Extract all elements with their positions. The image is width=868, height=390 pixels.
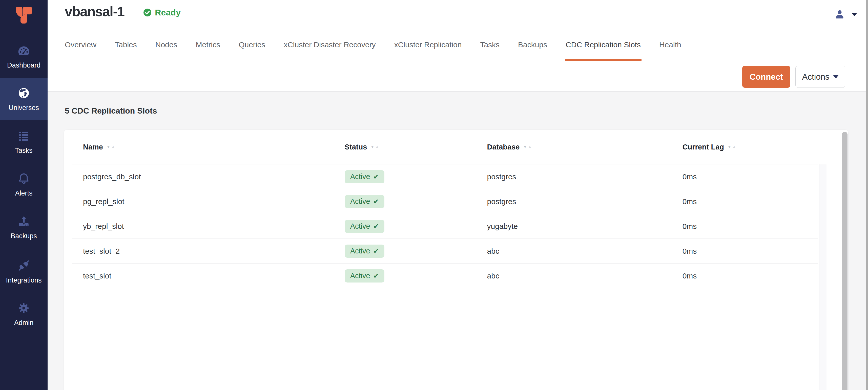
- sidebar-item-label: Admin: [14, 319, 34, 327]
- cell-name: postgres_db_slot: [72, 172, 345, 181]
- cell-name: test_slot_2: [72, 247, 345, 255]
- sidebar-item-backups[interactable]: Backups: [0, 206, 48, 248]
- sidebar-item-label: Alerts: [15, 189, 32, 197]
- column-header-status[interactable]: Status ▼▲: [345, 143, 487, 151]
- cell-current-lag: 0ms: [683, 247, 818, 255]
- gauge-icon: [17, 43, 31, 58]
- connect-button[interactable]: Connect: [742, 66, 790, 88]
- page-scrollbar[interactable]: [866, 0, 868, 390]
- status-badge-active: Active✔: [345, 170, 385, 183]
- sidebar-item-admin[interactable]: Admin: [0, 293, 48, 335]
- section-heading: 5 CDC Replication Slots: [65, 106, 157, 116]
- sidebar-item-label: Backups: [11, 232, 37, 240]
- tab-xcluster-disaster-recovery[interactable]: xCluster Disaster Recovery: [284, 39, 376, 50]
- actions-button-label: Actions: [802, 72, 829, 82]
- globe-icon: [18, 86, 30, 100]
- tab-metrics[interactable]: Metrics: [196, 39, 220, 50]
- sort-icon: ▼▲: [523, 144, 532, 150]
- universe-status: Ready: [143, 8, 181, 18]
- caret-down-icon: [833, 75, 839, 78]
- yugabyte-logo[interactable]: [0, 6, 48, 24]
- table-row: test_slot_2 Active✔ abc 0ms: [72, 239, 818, 264]
- table-row: postgres_db_slot Active✔ postgres 0ms: [72, 164, 818, 189]
- tab-xcluster-replication[interactable]: xCluster Replication: [394, 39, 462, 50]
- cell-database: yugabyte: [487, 222, 683, 231]
- cell-database: abc: [487, 247, 683, 255]
- column-header-name[interactable]: Name ▼▲: [72, 143, 345, 151]
- status-badge-active: Active✔: [345, 195, 385, 208]
- user-avatar-icon: [834, 8, 846, 21]
- cell-name: pg_repl_slot: [72, 197, 345, 206]
- tab-bar: Overview Tables Nodes Metrics Queries xC…: [65, 39, 681, 50]
- sidebar-item-integrations[interactable]: Integrations: [0, 250, 48, 292]
- sidebar-item-tasks[interactable]: Tasks: [0, 121, 48, 162]
- tab-health[interactable]: Health: [659, 39, 681, 50]
- tab-cdc-replication-slots[interactable]: CDC Replication Slots: [566, 39, 641, 50]
- check-icon: ✔: [373, 247, 379, 255]
- cell-current-lag: 0ms: [683, 222, 818, 231]
- cell-current-lag: 0ms: [683, 172, 818, 181]
- user-menu[interactable]: [834, 7, 857, 22]
- cell-status: Active✔: [345, 170, 487, 183]
- check-icon: ✔: [373, 198, 379, 206]
- header-divider: [824, 0, 824, 28]
- status-badge-active: Active✔: [345, 220, 385, 233]
- table-row: test_slot Active✔ abc 0ms: [72, 264, 818, 288]
- check-icon: ✔: [373, 173, 379, 181]
- sort-icon: ▼▲: [370, 144, 379, 150]
- bell-icon: [17, 171, 30, 186]
- list-icon: [18, 129, 30, 143]
- tab-tasks[interactable]: Tasks: [480, 39, 500, 50]
- table-row: pg_repl_slot Active✔ postgres 0ms: [72, 189, 818, 214]
- cell-database: abc: [487, 272, 683, 280]
- sort-icon: ▼▲: [727, 144, 736, 150]
- table-scroll-track: [819, 164, 827, 390]
- check-icon: ✔: [373, 222, 379, 230]
- plug-icon: [17, 258, 30, 273]
- cell-name: test_slot: [72, 272, 345, 280]
- table-body: postgres_db_slot Active✔ postgres 0ms pg…: [72, 164, 818, 288]
- slots-table-card: Name ▼▲ Status ▼▲ Database ▼▲ Current La…: [64, 130, 848, 390]
- cell-status: Active✔: [345, 195, 487, 208]
- universe-header: vbansal-1 Ready Overview Tables No: [48, 0, 868, 92]
- actions-button[interactable]: Actions: [795, 66, 845, 88]
- yugabyte-logo-icon: [15, 6, 33, 24]
- sidebar-item-dashboard[interactable]: Dashboard: [0, 35, 48, 77]
- cell-database: postgres: [487, 197, 683, 206]
- sidebar-item-label: Dashboard: [7, 61, 40, 69]
- table-header-row: Name ▼▲ Status ▼▲ Database ▼▲ Current La…: [72, 130, 818, 164]
- upload-icon: [18, 214, 30, 228]
- sidebar-item-label: Tasks: [15, 147, 32, 155]
- tab-backups[interactable]: Backups: [518, 39, 547, 50]
- page-title: vbansal-1: [65, 4, 125, 19]
- check-circle-icon: [143, 8, 152, 17]
- sort-icon: ▼▲: [106, 144, 115, 150]
- tab-nodes[interactable]: Nodes: [155, 39, 177, 50]
- tab-queries[interactable]: Queries: [239, 39, 265, 50]
- sidebar-item-universes[interactable]: Universes: [0, 78, 48, 120]
- gear-icon: [18, 301, 30, 315]
- cell-current-lag: 0ms: [683, 197, 818, 206]
- tab-tables[interactable]: Tables: [115, 39, 137, 50]
- column-header-current-lag[interactable]: Current Lag ▼▲: [683, 143, 818, 151]
- cell-status: Active✔: [345, 220, 487, 233]
- column-header-database[interactable]: Database ▼▲: [487, 143, 683, 151]
- chevron-down-icon: [851, 13, 857, 16]
- sidebar: Dashboard Universes: [0, 0, 48, 390]
- cell-database: postgres: [487, 172, 683, 181]
- sidebar-item-alerts[interactable]: Alerts: [0, 163, 48, 205]
- main-area: vbansal-1 Ready Overview Tables No: [48, 0, 868, 390]
- table-row: yb_repl_slot Active✔ yugabyte 0ms: [72, 214, 818, 239]
- cell-status: Active✔: [345, 245, 487, 258]
- sidebar-item-label: Universes: [9, 104, 39, 112]
- status-badge-active: Active✔: [345, 269, 385, 283]
- check-icon: ✔: [373, 272, 379, 280]
- cell-status: Active✔: [345, 269, 487, 283]
- sidebar-item-label: Integrations: [6, 276, 41, 284]
- cell-name: yb_repl_slot: [72, 222, 345, 231]
- cell-current-lag: 0ms: [683, 272, 818, 280]
- tab-overview[interactable]: Overview: [65, 39, 96, 50]
- status-badge-active: Active✔: [345, 245, 385, 258]
- status-label: Ready: [155, 8, 181, 18]
- panel-scrollbar[interactable]: [842, 132, 847, 390]
